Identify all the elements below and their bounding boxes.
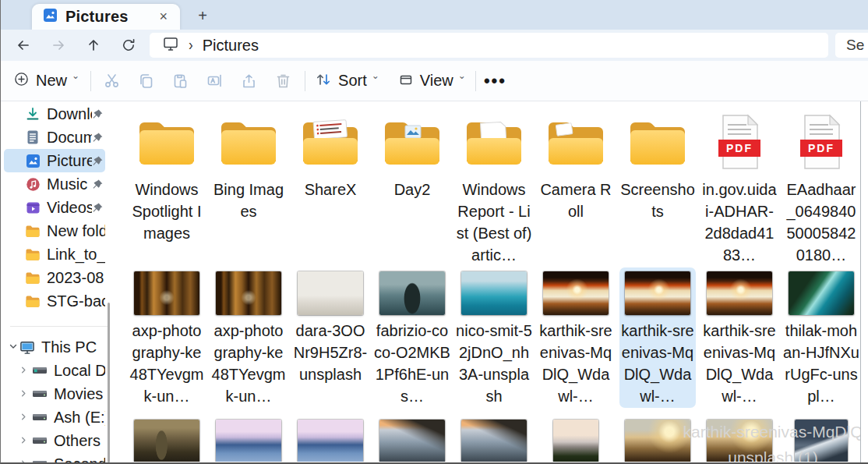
sidebar-item-videos[interactable]: Videos bbox=[4, 196, 105, 219]
sidebar-item-drive-1[interactable]: Movies bbox=[4, 382, 105, 406]
image-thumbnail-arch bbox=[625, 271, 690, 315]
file-item[interactable] bbox=[701, 420, 778, 462]
image-thumbnail-arch bbox=[543, 271, 609, 315]
sidebar-item-drive-3[interactable]: Others ( bbox=[4, 429, 105, 452]
chevron-right-icon[interactable] bbox=[19, 388, 29, 400]
folder-item[interactable]: Windows Report - List (Best of) artic… bbox=[456, 109, 532, 266]
file-item[interactable]: fabrizio-coco-O2MKB1Pf6hE-uns… bbox=[374, 267, 450, 408]
sort-button-label: Sort bbox=[338, 72, 367, 90]
delete-button[interactable] bbox=[266, 68, 300, 94]
file-item[interactable]: PDFin.gov.uidai-ADHAR-2d8dad4183… bbox=[701, 109, 778, 266]
file-item[interactable] bbox=[129, 420, 205, 462]
file-name: karthik-sreenivas-MqDlQ_Wdawl-… bbox=[619, 320, 696, 407]
file-item[interactable] bbox=[783, 420, 859, 462]
sidebar-item-pictures[interactable]: Pictures bbox=[4, 149, 105, 172]
this-pc-icon bbox=[162, 36, 179, 55]
sidebar-item-documents[interactable]: Documents bbox=[4, 126, 105, 149]
sidebar-item-music[interactable]: Music bbox=[4, 172, 105, 196]
vertical-scrollbar[interactable] bbox=[860, 101, 861, 462]
sidebar-item-drive-2[interactable]: Ash (E:) bbox=[4, 406, 105, 429]
up-button[interactable] bbox=[82, 34, 105, 56]
file-name: fabrizio-coco-O2MKB1Pf6hE-uns… bbox=[374, 320, 450, 407]
new-button-label: New bbox=[36, 72, 67, 90]
image-thumbnail-sunmtn bbox=[707, 420, 772, 462]
pin-icon bbox=[92, 202, 104, 214]
view-button-label: View bbox=[420, 72, 453, 90]
folder-item[interactable]: ShareX bbox=[292, 109, 369, 266]
thispc-icon bbox=[19, 339, 35, 355]
folder-icon bbox=[136, 109, 197, 175]
chevron-right-icon[interactable] bbox=[19, 459, 29, 463]
file-name: Windows Report - List (Best of) artic… bbox=[456, 179, 532, 266]
pictures-tab-icon bbox=[43, 8, 58, 26]
file-name: Windows Spotlight Images bbox=[129, 179, 205, 244]
sidebar-item-link-to-n[interactable]: Link_to_N bbox=[4, 243, 105, 266]
folder-item[interactable]: Day2 bbox=[374, 109, 450, 266]
toolbar-divider bbox=[305, 71, 305, 91]
address-bar[interactable]: › Pictures bbox=[150, 33, 828, 58]
file-item[interactable]: karthik-sreenivas-MqDlQ_Wdawl-… bbox=[701, 267, 778, 408]
search-input[interactable]: Se bbox=[835, 33, 868, 58]
rename-button[interactable] bbox=[197, 68, 231, 94]
image-thumbnail-snowmtn bbox=[795, 420, 848, 462]
title-bar: Pictures × + bbox=[1, 0, 868, 30]
chevron-right-icon[interactable] bbox=[19, 435, 29, 447]
sort-icon bbox=[315, 71, 332, 91]
music-icon bbox=[25, 176, 41, 192]
drive-icon bbox=[32, 433, 48, 448]
folder-icon bbox=[382, 109, 443, 175]
file-item[interactable] bbox=[292, 420, 369, 462]
view-button[interactable]: View ⌄ bbox=[395, 72, 469, 90]
file-item[interactable] bbox=[619, 420, 696, 462]
see-more-button[interactable]: ••• bbox=[484, 71, 506, 91]
breadcrumb-location[interactable]: Pictures bbox=[203, 37, 259, 55]
file-item[interactable]: karthik-sreenivas-MqDlQ_Wdawl-… bbox=[538, 267, 614, 408]
file-item[interactable] bbox=[538, 420, 614, 462]
refresh-button[interactable] bbox=[117, 34, 140, 56]
file-item[interactable]: axp-photography-ke48TYevgmk-un… bbox=[129, 267, 205, 408]
sidebar-item-new-folder[interactable]: New folder bbox=[4, 219, 105, 243]
share-button[interactable] bbox=[231, 68, 266, 94]
file-item[interactable]: karthik-sreenivas-MqDlQ_Wdawl-… bbox=[619, 267, 696, 408]
chevron-down-icon[interactable] bbox=[9, 342, 18, 353]
file-item[interactable]: dara-3OONr9H5Zr8-unsplash bbox=[292, 267, 369, 408]
new-button[interactable]: New ⌄ bbox=[14, 72, 79, 90]
file-item[interactable]: PDFEAadhaar_0649840500058420180… bbox=[783, 109, 859, 266]
file-item[interactable]: nico-smit-52jDnO_nh3A-unsplash bbox=[456, 267, 532, 408]
file-item[interactable] bbox=[210, 420, 287, 462]
folder-item[interactable]: Camera Roll bbox=[538, 109, 614, 266]
file-item[interactable] bbox=[374, 420, 450, 462]
folder-item[interactable]: Bing Images bbox=[210, 109, 287, 266]
sidebar-item-drive-4[interactable]: Second bbox=[4, 452, 105, 462]
sort-button[interactable]: Sort ⌄ bbox=[312, 71, 383, 91]
chevron-right-icon[interactable] bbox=[19, 412, 29, 423]
file-name: thilak-mohan-HJfNXurUgFc-unspl… bbox=[783, 320, 859, 407]
forward-button[interactable] bbox=[47, 34, 70, 56]
cut-button[interactable] bbox=[94, 68, 129, 94]
sidebar-item-downloads[interactable]: Downloads bbox=[4, 102, 105, 126]
folder-item[interactable]: Screenshots bbox=[619, 109, 696, 266]
sidebar-item-drive-0[interactable]: Local Di bbox=[4, 359, 105, 382]
sidebar-item-2023-08[interactable]: 2023-08 bbox=[4, 266, 105, 289]
paste-button[interactable] bbox=[163, 68, 197, 94]
file-item[interactable]: axp-photography-ke48TYevgmk-un… bbox=[210, 267, 287, 408]
drive-icon bbox=[32, 386, 48, 402]
pin-icon bbox=[92, 155, 104, 167]
sidebar-item-this-pc[interactable]: This PC bbox=[4, 335, 105, 359]
tab-pictures[interactable]: Pictures × bbox=[32, 4, 180, 30]
drive-icon bbox=[32, 363, 48, 378]
sidebar-item-stg-backup[interactable]: STG-backup bbox=[4, 289, 105, 313]
pictures-icon bbox=[25, 153, 41, 168]
folder-icon bbox=[25, 223, 41, 239]
sidebar-scrollbar[interactable] bbox=[108, 303, 110, 462]
file-item[interactable]: thilak-mohan-HJfNXurUgFc-unspl… bbox=[783, 267, 859, 408]
copy-button[interactable] bbox=[129, 68, 163, 94]
chevron-right-icon[interactable] bbox=[19, 365, 29, 377]
new-tab-button[interactable]: + bbox=[192, 5, 213, 26]
folder-item[interactable]: Windows Spotlight Images bbox=[129, 109, 205, 266]
back-button[interactable] bbox=[12, 34, 35, 56]
tab-close-icon[interactable]: × bbox=[154, 9, 172, 25]
sidebar-divider bbox=[10, 326, 110, 327]
file-item[interactable] bbox=[456, 420, 532, 462]
svg-text:PDF: PDF bbox=[808, 142, 834, 154]
